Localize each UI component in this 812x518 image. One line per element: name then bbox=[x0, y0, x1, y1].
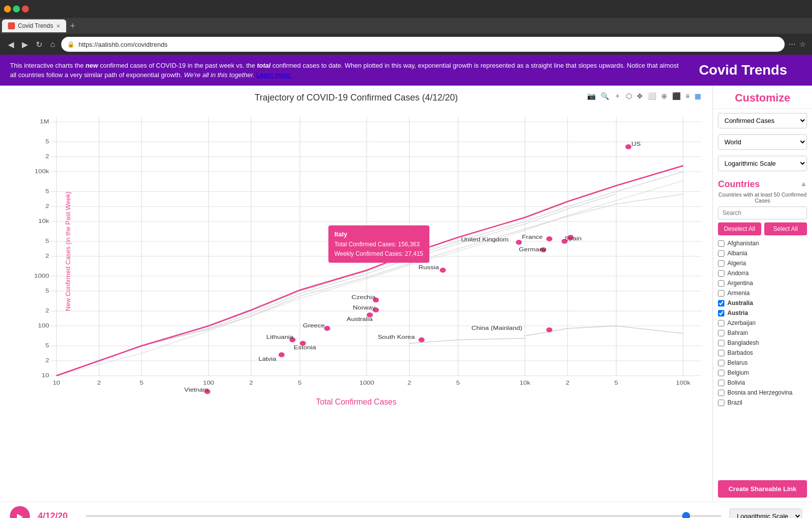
country-checkbox-austria[interactable] bbox=[718, 310, 724, 316]
timeline-slider[interactable] bbox=[86, 515, 721, 517]
country-checkbox-afghanistan[interactable] bbox=[718, 240, 724, 247]
svg-text:2: 2 bbox=[407, 380, 411, 386]
bookmark-button[interactable]: ☆ bbox=[800, 40, 806, 48]
country-name-label: Australia bbox=[727, 300, 753, 307]
forward-button[interactable]: ▶ bbox=[20, 38, 30, 51]
pan-toolbar-btn[interactable]: ✥ bbox=[635, 91, 644, 101]
scale-select[interactable]: Logarithmic Scale Linear Scale bbox=[718, 156, 807, 171]
download-toolbar-btn[interactable]: ⬛ bbox=[671, 91, 682, 101]
country-checkbox-andorra[interactable] bbox=[718, 270, 724, 277]
list-item: Armenia bbox=[718, 288, 807, 298]
create-shareable-link-button[interactable]: Create Shareable Link bbox=[718, 480, 807, 498]
list-item: Austria bbox=[718, 308, 807, 318]
country-checkbox-bangladesh[interactable] bbox=[718, 340, 724, 346]
svg-text:US: US bbox=[631, 141, 641, 147]
info-banner: This interactive charts the new confirme… bbox=[0, 55, 812, 86]
svg-text:5: 5 bbox=[45, 288, 49, 294]
country-checkbox-bahrain[interactable] bbox=[718, 330, 724, 336]
bar-toolbar-btn[interactable]: ▦ bbox=[693, 91, 703, 101]
scroll-up-icon[interactable]: ▲ bbox=[800, 180, 807, 188]
close-button[interactable] bbox=[22, 5, 29, 12]
country-checkbox-belgium[interactable] bbox=[718, 370, 724, 376]
deselect-all-button[interactable]: Deselect All bbox=[718, 222, 761, 235]
svg-text:Germany: Germany bbox=[519, 246, 547, 253]
plus-toolbar-btn[interactable]: ＋ bbox=[612, 91, 622, 102]
country-checkbox-azerbaijan[interactable] bbox=[718, 320, 724, 326]
list-item: Belgium bbox=[718, 368, 807, 378]
banner-static-2: confirmed cases of COVID-19 in the past … bbox=[100, 62, 257, 69]
country-checkbox-belarus[interactable] bbox=[718, 360, 724, 366]
learn-more-link[interactable]: Learn more. bbox=[256, 71, 291, 79]
svg-text:Australia: Australia bbox=[347, 316, 373, 322]
countries-header: Countries bbox=[718, 175, 760, 192]
refresh-button[interactable]: ↻ bbox=[34, 38, 44, 51]
scale-dropdown-container: Logarithmic Scale Linear Scale bbox=[713, 152, 812, 173]
lasso-toolbar-btn[interactable]: ⬡ bbox=[624, 91, 633, 101]
browser-chrome bbox=[0, 0, 812, 18]
list-item: Bangladesh bbox=[718, 338, 807, 348]
new-tab-button[interactable]: + bbox=[67, 21, 79, 31]
list-item: Andorra bbox=[718, 268, 807, 278]
svg-point-58 bbox=[625, 144, 631, 149]
svg-text:5: 5 bbox=[45, 238, 49, 244]
bottom-scale-select[interactable]: Logarithmic Scale Linear Scale bbox=[729, 509, 802, 518]
tab-favicon bbox=[8, 22, 15, 29]
region-select[interactable]: World US States bbox=[718, 134, 807, 150]
browser-actions: ⋯ ☆ bbox=[789, 40, 806, 48]
svg-text:5: 5 bbox=[298, 380, 302, 386]
banner-total-bold: total bbox=[257, 62, 270, 69]
y-axis-label: New Confirmed Cases (in the Past Week) bbox=[64, 192, 72, 311]
home-button[interactable]: ⌂ bbox=[48, 38, 57, 51]
svg-text:10: 10 bbox=[53, 380, 60, 386]
country-name-label: Belgium bbox=[727, 369, 749, 376]
reset-toolbar-btn[interactable]: ⊕ bbox=[660, 91, 669, 101]
svg-text:Czechia: Czechia bbox=[352, 294, 376, 301]
back-button[interactable]: ◀ bbox=[6, 38, 16, 51]
svg-text:China (Mainland): China (Mainland) bbox=[471, 325, 522, 331]
country-checkbox-algeria[interactable] bbox=[718, 260, 724, 267]
country-checkbox-australia[interactable] bbox=[718, 300, 724, 307]
country-name-label: Belarus bbox=[727, 359, 748, 366]
country-name-label: Brazil bbox=[727, 399, 742, 406]
svg-text:100: 100 bbox=[38, 322, 49, 329]
minimize-button[interactable] bbox=[4, 5, 11, 12]
country-checkbox-bosnia-and-herzegovina[interactable] bbox=[718, 390, 724, 396]
svg-point-67 bbox=[516, 240, 522, 245]
svg-text:100k: 100k bbox=[676, 380, 691, 386]
list-item: Azerbaijan bbox=[718, 318, 807, 328]
address-bar[interactable]: 🔒 https://aatishb.com/covidtrends bbox=[61, 37, 785, 52]
svg-text:5: 5 bbox=[45, 188, 49, 195]
svg-text:2: 2 bbox=[249, 380, 253, 386]
country-name-label: Bahrain bbox=[727, 329, 748, 336]
country-name-label: Bosnia and Herzegovina bbox=[727, 389, 793, 396]
banner-together: We're all in this together. bbox=[184, 71, 255, 79]
active-tab[interactable]: Covid Trends ✕ bbox=[2, 19, 66, 32]
camera-toolbar-btn[interactable]: 📷 bbox=[586, 91, 597, 101]
maximize-button[interactable] bbox=[13, 5, 20, 12]
country-checkbox-argentina[interactable] bbox=[718, 280, 724, 287]
zoom-rect-toolbar-btn[interactable]: ⬜ bbox=[646, 91, 658, 101]
country-checkbox-armenia[interactable] bbox=[718, 290, 724, 297]
svg-text:Russia: Russia bbox=[418, 264, 439, 271]
svg-point-79 bbox=[546, 327, 552, 332]
svg-text:Norway: Norway bbox=[353, 305, 376, 311]
country-name-label: Bangladesh bbox=[727, 339, 759, 346]
country-checkbox-albania[interactable] bbox=[718, 250, 724, 257]
country-checkbox-bolivia[interactable] bbox=[718, 380, 724, 386]
country-checkbox-barbados[interactable] bbox=[718, 350, 724, 356]
svg-text:2: 2 bbox=[97, 380, 101, 386]
svg-text:10: 10 bbox=[42, 372, 49, 379]
search-input[interactable] bbox=[718, 207, 807, 219]
chart-svg: 1M 5 2 100k 5 2 10k 5 2 1000 5 2 100 5 2… bbox=[20, 107, 708, 396]
metric-select[interactable]: Confirmed Cases Deaths Recovered bbox=[718, 113, 807, 128]
zoom-in-toolbar-btn[interactable]: 🔍 bbox=[599, 91, 610, 101]
play-button[interactable]: ▶ bbox=[10, 506, 30, 518]
lines-toolbar-btn[interactable]: ≡ bbox=[684, 91, 691, 101]
tab-close-icon[interactable]: ✕ bbox=[56, 23, 60, 29]
extensions-button[interactable]: ⋯ bbox=[789, 40, 796, 48]
select-all-button[interactable]: Select All bbox=[764, 222, 808, 235]
date-label: 4/12/20 bbox=[38, 511, 78, 518]
svg-text:South Korea: South Korea bbox=[378, 334, 415, 340]
list-item: Bolivia bbox=[718, 378, 807, 388]
country-checkbox-brazil[interactable] bbox=[718, 400, 724, 406]
